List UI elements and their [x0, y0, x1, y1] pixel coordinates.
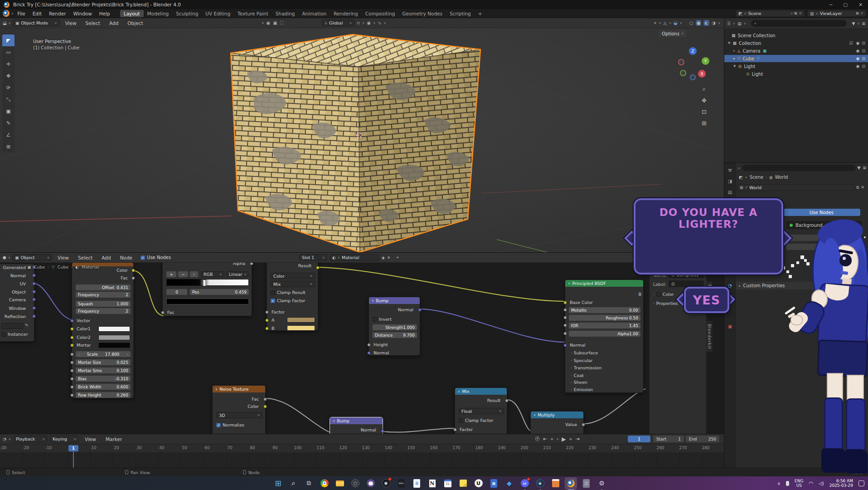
zoom-icon[interactable]: ⌕ [703, 85, 706, 93]
from-instancer-checkbox[interactable] [1, 332, 6, 337]
bump2-header[interactable]: ∨Bump [330, 417, 383, 424]
obs-studio-icon[interactable]: ❋ [380, 477, 392, 490]
copy-scene-icon[interactable]: ⧉ [795, 11, 797, 16]
editor-menu-select[interactable]: Select [74, 255, 96, 260]
ramp-color-swatch[interactable] [166, 299, 249, 304]
shading-material-icon[interactable]: ◐ [703, 20, 709, 26]
socket-normal-in[interactable] [367, 351, 371, 355]
socket-bias-in[interactable] [70, 377, 74, 381]
editor-menu-add[interactable]: Add [98, 255, 114, 260]
render-visibility-icon[interactable]: ⊡ [862, 56, 865, 61]
prime-video-icon[interactable] [549, 477, 562, 490]
transform-tool[interactable]: ▣ [2, 105, 15, 117]
outliner-filter-icon[interactable]: ▼ [852, 21, 855, 26]
github-desktop-icon[interactable] [364, 477, 377, 490]
tray-caret[interactable]: ∧ [777, 481, 781, 486]
keying-dropdown[interactable]: Keying∨ [50, 436, 79, 442]
sticky-notes-icon[interactable] [457, 477, 469, 490]
blender-taskbar-icon[interactable] [565, 477, 577, 490]
workspace-tab-modeling[interactable]: Modeling [144, 10, 173, 17]
props-search-input[interactable] [742, 165, 855, 171]
shader-type-dropdown[interactable]: ▣Object∨ [12, 254, 52, 261]
calendar-icon[interactable]: 31 [441, 477, 454, 490]
workspace-tab-compositing[interactable]: Compositing [362, 10, 399, 17]
steam-icon[interactable]: ◉ [534, 477, 546, 490]
socket-color-out[interactable] [131, 269, 135, 272]
tweak-tool[interactable]: ◤ [2, 34, 15, 46]
unlink-datablock-icon[interactable]: ✕ [861, 185, 864, 190]
socket-mortar-size-in[interactable] [70, 361, 74, 364]
render-visibility-icon[interactable]: ⊡ [862, 41, 865, 45]
section-sheen[interactable]: Sheen [574, 380, 587, 385]
frame-start-field[interactable]: Start1 [653, 436, 684, 442]
expand-icon[interactable]: ▼ [728, 41, 730, 45]
socket-value-out[interactable] [582, 423, 585, 426]
section-coat[interactable]: Coat [574, 373, 584, 378]
auto-key-button[interactable]: ⦿ [535, 436, 540, 442]
ramp-gradient-bar[interactable] [166, 279, 249, 286]
falloff-icon[interactable]: ∿ [378, 20, 381, 25]
gizmo-y-neg[interactable] [680, 70, 686, 76]
normalize-checkbox[interactable]: ✓ [216, 423, 221, 427]
color2-swatch[interactable] [98, 335, 130, 340]
breadcrumb-world[interactable]: World [775, 175, 788, 180]
ramp-remove-button[interactable]: − [178, 271, 188, 277]
timeline[interactable]: ◔∨ Playback∨ Keying∨ View Marker ⦿ ⇤ « ‹… [0, 434, 724, 468]
socket-normal-out[interactable] [418, 308, 422, 312]
hide-eye-icon[interactable]: ◉ [856, 56, 860, 61]
socket-base-color-in[interactable] [563, 301, 567, 304]
navigation-gizmo[interactable]: Z Y X [676, 46, 713, 83]
close-button[interactable]: ✕ [855, 2, 866, 7]
scale-field[interactable]: ‹Scale17.800› [76, 351, 131, 357]
socket-b-in[interactable] [265, 327, 269, 330]
task-view-button[interactable]: ⧉ [303, 477, 315, 490]
outliner-search[interactable]: ⌕ [751, 20, 847, 27]
timeline-menu-marker[interactable]: Marker [102, 436, 126, 442]
outliner-row-cube[interactable]: ▸ ▽ Cube ▽ ◉ ⊡ [724, 55, 868, 62]
workspace-tab-geometry-nodes[interactable]: Geometry Nodes [398, 10, 446, 17]
show-overlays-icon[interactable]: ◬ [663, 20, 667, 25]
socket-result-out[interactable] [316, 266, 320, 270]
workspace-tab-rendering[interactable]: Rendering [330, 10, 362, 17]
use-nodes-checkbox[interactable]: ✓ [141, 255, 145, 260]
unlink-material-icon[interactable]: ✕ [387, 255, 391, 260]
scale-tool[interactable]: ⤡ [2, 93, 15, 105]
vscode-icon[interactable]: ◆ [503, 477, 515, 490]
outliner-row-scene-collection[interactable]: ▦ Scene Collection [724, 32, 868, 39]
workspace-tab-texture-paint[interactable]: Texture Paint [234, 10, 272, 17]
pin-icon[interactable]: ⌖ [396, 255, 398, 260]
mode-dropdown[interactable]: ▣Object Mode∨ [13, 20, 60, 26]
copy-datablock-icon[interactable]: ⧉ [856, 185, 859, 190]
shader-editor[interactable]: Generated Normal UV Object Camera Window… [0, 252, 724, 434]
outliner-type-icon[interactable]: ☰ [727, 21, 731, 26]
render-visibility-icon[interactable]: ⊡ [862, 64, 865, 69]
workspace-tab-shading[interactable]: Shading [272, 10, 299, 17]
measure-tool[interactable]: ∠ [2, 129, 15, 141]
timeline-track-area[interactable] [0, 452, 724, 468]
viewport-3d[interactable]: ⬓∨ ▣Object Mode∨ View Select Add Object … [0, 18, 724, 252]
play-reverse-button[interactable]: ‹ [557, 436, 558, 442]
node-mix-float[interactable]: ∨Mix Result Float∨ Clamp Factor Factor [455, 387, 507, 434]
tray-clock[interactable]: 6:56 AM2025-03-29 [829, 479, 853, 488]
squash-frequency-field[interactable]: Frequency2 [76, 308, 131, 314]
tab-output[interactable]: ▤ [726, 188, 734, 196]
socket-brick-width-in[interactable] [70, 385, 74, 389]
gizmo-z-axis[interactable]: Z [689, 47, 697, 55]
outliner-row-light-data[interactable]: ⊙ Light [724, 70, 868, 78]
socket-result-out[interactable] [505, 399, 509, 402]
bias-field[interactable]: Bias-0.310 [76, 376, 131, 382]
mix-float-header[interactable]: ∨Mix [455, 388, 507, 395]
ramp-position-field[interactable]: Pos0.459 [190, 289, 249, 295]
shading-rendered-icon[interactable]: ◑ [712, 20, 716, 25]
socket-vector-in[interactable] [70, 319, 74, 323]
menu-edit[interactable]: Edit [29, 11, 45, 16]
mortar-swatch[interactable] [98, 343, 130, 348]
tray-language[interactable]: ENGUS [795, 479, 803, 488]
notion-icon[interactable]: N [426, 477, 438, 490]
socket-fac-in[interactable] [161, 311, 165, 314]
snap-magnet-icon[interactable]: ∩ [357, 20, 360, 25]
timeline-ruler[interactable]: -30-20-10 102030 405060 708090 100110120… [0, 444, 724, 452]
minimize-button[interactable]: ─ [826, 2, 836, 7]
props-pin-icon[interactable]: ⊞ [863, 166, 866, 170]
app-doc-icon[interactable]: ◫ [580, 477, 592, 490]
